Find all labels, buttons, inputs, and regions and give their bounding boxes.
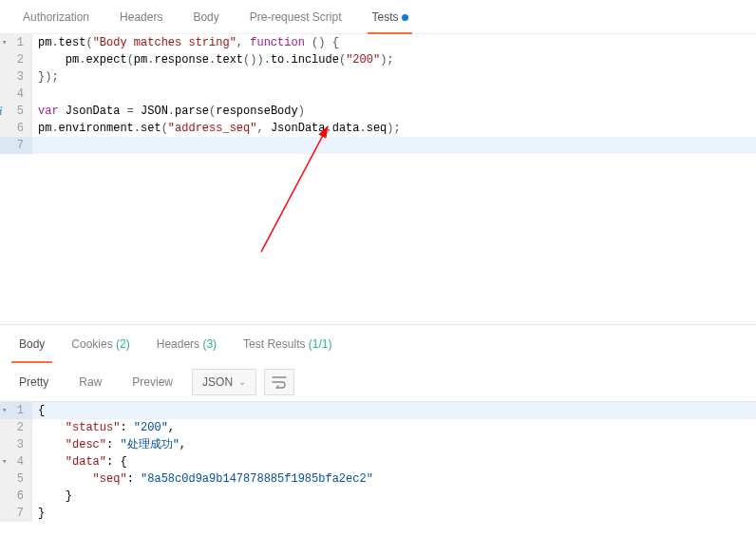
json-key-status: "status" — [66, 421, 121, 434]
response-tab-cookies-label: Cookies — [71, 337, 112, 351]
view-raw-button[interactable]: Raw — [67, 369, 113, 395]
json-val-desc: "处理成功" — [120, 438, 179, 451]
tests-code-editor[interactable]: ▾1pm.test("Body matches string", functio… — [0, 34, 756, 325]
view-preview-button[interactable]: Preview — [121, 369, 184, 395]
chevron-down-icon: ⌄ — [238, 370, 246, 394]
response-tab-headers[interactable]: Headers (3) — [143, 325, 230, 363]
wrap-lines-button[interactable] — [264, 369, 294, 395]
format-select-label: JSON — [202, 370, 233, 394]
response-body-viewer[interactable]: ▾1{ 2 "status": "200", 3 "desc": "处理成功",… — [0, 401, 756, 522]
view-pretty-button[interactable]: Pretty — [8, 369, 60, 395]
modified-dot-icon — [402, 14, 408, 21]
wrap-icon — [272, 375, 287, 389]
json-key-data: "data" — [66, 455, 106, 469]
tab-authorization[interactable]: Authorization — [8, 0, 104, 34]
response-tab-test-results-label: Test Results — [243, 337, 305, 351]
tab-tests-label: Tests — [371, 10, 398, 24]
tab-prerequest-script[interactable]: Pre-request Script — [235, 0, 357, 34]
headers-count: (3) — [202, 337, 217, 351]
json-key-seq: "seq" — [93, 472, 127, 486]
tab-body[interactable]: Body — [178, 0, 234, 34]
response-tabs: Body Cookies (2) Headers (3) Test Result… — [0, 325, 756, 363]
json-val-seq: "8a58c0d9a9b147878885f1985bfa2ec2" — [141, 472, 373, 486]
response-tab-test-results[interactable]: Test Results (1/1) — [230, 325, 345, 363]
response-tab-headers-label: Headers — [157, 337, 199, 351]
tab-headers[interactable]: Headers — [104, 0, 178, 34]
format-select[interactable]: JSON⌄ — [192, 369, 256, 395]
tab-tests[interactable]: Tests — [356, 0, 424, 34]
test-results-count: (1/1) — [309, 337, 332, 351]
json-key-desc: "desc" — [66, 438, 106, 451]
response-tab-body[interactable]: Body — [6, 325, 58, 363]
json-val-status: "200" — [134, 421, 168, 434]
response-tab-cookies[interactable]: Cookies (2) — [58, 325, 142, 363]
cookies-count: (2) — [116, 337, 130, 351]
request-tabs: Authorization Headers Body Pre-request S… — [0, 0, 756, 34]
response-toolbar: Pretty Raw Preview JSON⌄ — [0, 363, 756, 401]
